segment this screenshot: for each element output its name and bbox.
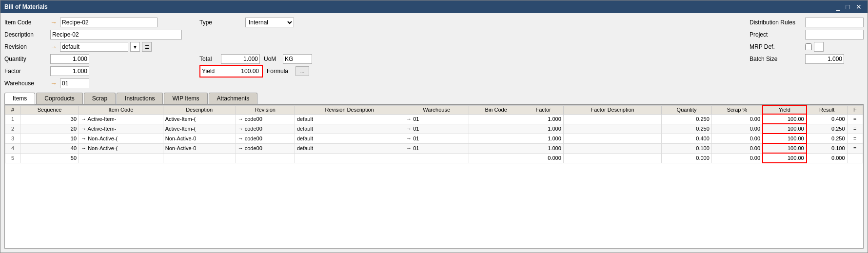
warehouse-arrow-icon: → xyxy=(50,79,57,87)
total-label: Total xyxy=(199,56,219,62)
project-input[interactable] xyxy=(805,30,864,39)
col-bin-code: Bin Code xyxy=(469,105,523,114)
formula-label: Formula xyxy=(267,68,294,75)
table-cell: = xyxy=(847,143,863,153)
main-window: Bill of Materials _ □ ✕ Item Code → Desc… xyxy=(0,0,868,253)
form-section: Item Code → Description Revision → ▼ ☰ Q… xyxy=(4,17,864,89)
table-cell: → 01 xyxy=(404,114,469,124)
uom-input[interactable] xyxy=(283,54,312,64)
warehouse-row: Warehouse → xyxy=(4,78,182,89)
item-code-input[interactable] xyxy=(60,18,158,27)
description-label: Description xyxy=(4,31,48,38)
yield-input[interactable] xyxy=(221,66,260,76)
item-code-row: Item Code → xyxy=(4,17,182,28)
revision-dropdown-btn[interactable]: ▼ xyxy=(130,42,140,52)
table-cell xyxy=(847,153,863,163)
warehouse-input[interactable] xyxy=(60,78,89,88)
tab-items[interactable]: Items xyxy=(4,93,35,104)
close-button[interactable]: ✕ xyxy=(854,3,864,11)
col-yield: Yield xyxy=(763,105,807,114)
quantity-label: Quantity xyxy=(4,56,48,62)
minimize-button[interactable]: _ xyxy=(834,3,842,11)
table-cell xyxy=(563,114,662,124)
table-cell: 0.250 xyxy=(662,124,711,134)
description-row: Description xyxy=(4,29,182,40)
table-cell: 0.000 xyxy=(523,153,563,163)
title-bar: Bill of Materials _ □ ✕ xyxy=(0,0,868,13)
tabs-section: Items Coproducts Scrap Instructions WIP … xyxy=(4,93,864,104)
project-label: Project xyxy=(750,31,803,38)
spacer2 xyxy=(199,41,312,52)
col-factor-desc: Factor Description xyxy=(563,105,662,114)
table-cell: 0.00 xyxy=(711,153,763,163)
table-cell: 50 xyxy=(20,153,79,163)
dist-rules-label: Distribution Rules xyxy=(750,19,803,26)
table-cell: 1 xyxy=(5,114,20,124)
table-cell xyxy=(469,134,523,143)
table-row[interactable]: 130→ Active-Item-Active-Item-(→ code00de… xyxy=(5,114,863,124)
items-table: # Sequence Item Code Description Revisio… xyxy=(5,105,863,163)
table-cell: = xyxy=(847,134,863,143)
tab-coproducts[interactable]: Coproducts xyxy=(36,93,82,104)
table-cell: → 01 xyxy=(404,124,469,134)
middle-form-col: Type Internal Total UoM Yield xyxy=(199,17,312,89)
total-input[interactable] xyxy=(221,54,260,64)
table-cell: 100.00 xyxy=(763,134,807,143)
table-cell xyxy=(563,124,662,134)
revision-input[interactable] xyxy=(60,42,128,52)
table-cell: 0.250 xyxy=(807,134,847,143)
table-cell xyxy=(79,153,163,163)
table-cell: → Non-Active-( xyxy=(79,143,163,153)
table-cell: 0.000 xyxy=(662,153,711,163)
col-revision: Revision xyxy=(236,105,295,114)
revision-arrow-icon: → xyxy=(50,43,57,51)
mrp-def-input[interactable] xyxy=(814,42,824,52)
type-select[interactable]: Internal xyxy=(245,18,294,27)
table-cell: 2 xyxy=(5,124,20,134)
table-cell xyxy=(163,153,236,163)
table-cell: 1.000 xyxy=(523,124,563,134)
table-cell: 0.250 xyxy=(662,114,711,124)
table-row[interactable]: 440→ Non-Active-(Non-Active-0→ code00def… xyxy=(5,143,863,153)
batch-size-input[interactable] xyxy=(805,54,844,64)
tab-instructions[interactable]: Instructions xyxy=(117,93,163,104)
table-cell: → code00 xyxy=(236,134,295,143)
table-cell: Active-Item-( xyxy=(163,114,236,124)
mrp-def-checkbox[interactable] xyxy=(805,43,812,50)
dist-rules-input[interactable] xyxy=(805,18,864,27)
tab-wip-items[interactable]: WIP Items xyxy=(164,93,207,104)
table-cell: 10 xyxy=(20,134,79,143)
quantity-input[interactable] xyxy=(50,54,89,64)
tab-attachments[interactable]: Attachments xyxy=(209,93,258,104)
table-cell xyxy=(236,153,295,163)
table-cell: Non-Active-0 xyxy=(163,134,236,143)
revision-row: Revision → ▼ ☰ xyxy=(4,41,182,52)
table-cell: 3 xyxy=(5,134,20,143)
table-row[interactable]: 5500.0000.0000.00100.000.000 xyxy=(5,153,863,163)
table-cell: Non-Active-0 xyxy=(163,143,236,153)
table-row[interactable]: 310→ Non-Active-(Non-Active-0→ code00def… xyxy=(5,134,863,143)
table-cell: 0.100 xyxy=(662,143,711,153)
yield-label: Yield xyxy=(202,68,221,75)
table-cell: 100.00 xyxy=(763,143,807,153)
formula-btn[interactable]: ... xyxy=(296,66,309,76)
table-cell: Active-Item-( xyxy=(163,124,236,134)
factor-input[interactable] xyxy=(50,66,89,76)
revision-icon-btn[interactable]: ☰ xyxy=(142,42,152,52)
dist-rules-row: Distribution Rules xyxy=(750,17,864,28)
tab-scrap[interactable]: Scrap xyxy=(84,93,116,104)
table-cell: → Active-Item- xyxy=(79,114,163,124)
window-controls: _ □ ✕ xyxy=(834,3,864,11)
table-cell: 0.00 xyxy=(711,114,763,124)
revision-label: Revision xyxy=(4,43,48,50)
item-code-arrow-icon: → xyxy=(50,19,57,26)
table-cell: 0.000 xyxy=(807,153,847,163)
description-input[interactable] xyxy=(50,30,182,39)
table-cell xyxy=(469,153,523,163)
table-cell xyxy=(563,153,662,163)
maximize-button[interactable]: □ xyxy=(844,3,852,11)
col-factor: Factor xyxy=(523,105,563,114)
table-row[interactable]: 220→ Active-Item-Active-Item-(→ code00de… xyxy=(5,124,863,134)
col-scrap: Scrap % xyxy=(711,105,763,114)
total-row: Total UoM xyxy=(199,54,312,64)
